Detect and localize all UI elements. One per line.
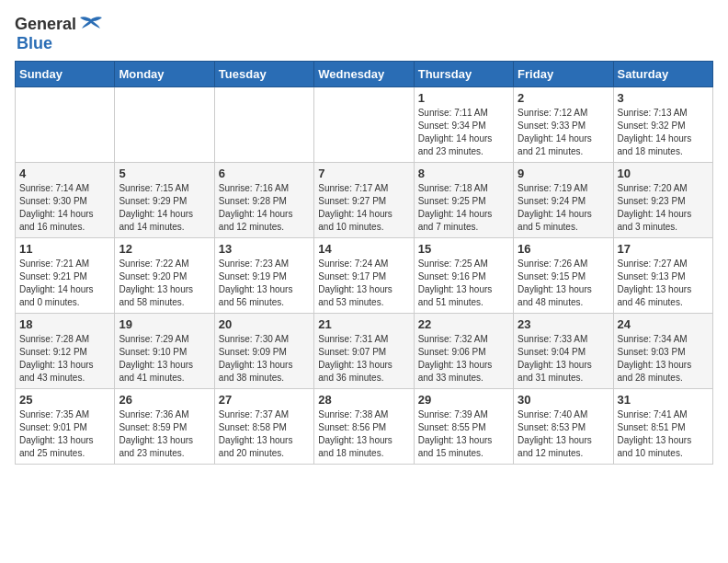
day-info: Sunrise: 7:31 AMSunset: 9:07 PMDaylight:… [318,333,409,385]
calendar-week-row: 1Sunrise: 7:11 AMSunset: 9:34 PMDaylight… [16,87,713,163]
calendar-cell [314,87,414,163]
day-info: Sunrise: 7:40 AMSunset: 8:53 PMDaylight:… [518,408,609,460]
day-info: Sunrise: 7:27 AMSunset: 9:13 PMDaylight:… [618,258,709,309]
calendar-cell: 26Sunrise: 7:36 AMSunset: 8:59 PMDayligh… [115,389,214,465]
calendar-cell: 20Sunrise: 7:30 AMSunset: 9:09 PMDayligh… [214,314,313,389]
day-info: Sunrise: 7:11 AMSunset: 9:34 PMDaylight:… [418,107,509,158]
calendar-cell: 3Sunrise: 7:13 AMSunset: 9:32 PMDaylight… [613,87,712,163]
calendar-cell: 27Sunrise: 7:37 AMSunset: 8:58 PMDayligh… [214,389,313,465]
day-info: Sunrise: 7:30 AMSunset: 9:09 PMDaylight:… [219,333,310,385]
calendar-cell: 9Sunrise: 7:19 AMSunset: 9:24 PMDaylight… [514,163,613,238]
day-number: 17 [618,242,709,256]
calendar-cell: 22Sunrise: 7:32 AMSunset: 9:06 PMDayligh… [414,314,513,389]
day-number: 10 [618,167,709,180]
day-info: Sunrise: 7:23 AMSunset: 9:19 PMDaylight:… [219,258,310,309]
day-info: Sunrise: 7:16 AMSunset: 9:28 PMDaylight:… [219,182,310,234]
day-number: 5 [119,167,210,180]
day-info: Sunrise: 7:38 AMSunset: 8:56 PMDaylight:… [318,408,409,460]
day-of-week-header: Monday [115,62,214,87]
day-number: 14 [318,242,409,256]
day-number: 31 [618,393,709,407]
day-info: Sunrise: 7:41 AMSunset: 8:51 PMDaylight:… [618,408,709,460]
day-number: 20 [219,317,310,331]
day-number: 4 [19,167,110,180]
header: General Blue [15,15,713,53]
calendar-cell: 5Sunrise: 7:15 AMSunset: 9:29 PMDaylight… [115,163,214,238]
day-info: Sunrise: 7:34 AMSunset: 9:03 PMDaylight:… [618,333,709,385]
logo: General Blue [15,15,104,53]
day-number: 18 [19,317,110,331]
day-info: Sunrise: 7:33 AMSunset: 9:04 PMDaylight:… [518,333,609,385]
day-number: 2 [518,91,609,105]
day-of-week-header: Saturday [613,62,712,87]
calendar-cell: 24Sunrise: 7:34 AMSunset: 9:03 PMDayligh… [613,314,712,389]
calendar-cell: 1Sunrise: 7:11 AMSunset: 9:34 PMDaylight… [414,87,513,163]
day-info: Sunrise: 7:35 AMSunset: 9:01 PMDaylight:… [19,408,110,460]
day-info: Sunrise: 7:29 AMSunset: 9:10 PMDaylight:… [119,333,210,385]
calendar-cell [214,87,313,163]
day-number: 28 [318,393,409,407]
calendar-cell: 15Sunrise: 7:25 AMSunset: 9:16 PMDayligh… [414,238,513,314]
day-number: 9 [518,167,609,180]
day-number: 11 [19,242,110,256]
day-of-week-header: Wednesday [314,62,414,87]
calendar-header-row: SundayMondayTuesdayWednesdayThursdayFrid… [16,62,713,87]
calendar-cell: 29Sunrise: 7:39 AMSunset: 8:55 PMDayligh… [414,389,513,465]
calendar-table: SundayMondayTuesdayWednesdayThursdayFrid… [15,61,713,465]
day-number: 19 [119,317,210,331]
day-info: Sunrise: 7:19 AMSunset: 9:24 PMDaylight:… [518,182,609,234]
day-info: Sunrise: 7:32 AMSunset: 9:06 PMDaylight:… [418,333,509,385]
day-number: 29 [418,393,509,407]
day-number: 23 [518,317,609,331]
logo-bird-icon [78,16,104,34]
day-info: Sunrise: 7:15 AMSunset: 9:29 PMDaylight:… [119,182,210,234]
day-info: Sunrise: 7:14 AMSunset: 9:30 PMDaylight:… [19,182,110,234]
calendar-cell: 4Sunrise: 7:14 AMSunset: 9:30 PMDaylight… [16,163,115,238]
calendar-cell: 28Sunrise: 7:38 AMSunset: 8:56 PMDayligh… [314,389,414,465]
day-number: 13 [219,242,310,256]
calendar-cell: 12Sunrise: 7:22 AMSunset: 9:20 PMDayligh… [115,238,214,314]
day-info: Sunrise: 7:28 AMSunset: 9:12 PMDaylight:… [19,333,110,385]
calendar-cell [16,87,115,163]
day-number: 24 [618,317,709,331]
day-info: Sunrise: 7:20 AMSunset: 9:23 PMDaylight:… [618,182,709,234]
calendar-cell: 7Sunrise: 7:17 AMSunset: 9:27 PMDaylight… [314,163,414,238]
calendar-cell: 17Sunrise: 7:27 AMSunset: 9:13 PMDayligh… [613,238,712,314]
day-number: 12 [119,242,210,256]
day-info: Sunrise: 7:25 AMSunset: 9:16 PMDaylight:… [418,258,509,309]
day-number: 7 [318,167,409,180]
day-number: 21 [318,317,409,331]
day-info: Sunrise: 7:36 AMSunset: 8:59 PMDaylight:… [119,408,210,460]
calendar-week-row: 11Sunrise: 7:21 AMSunset: 9:21 PMDayligh… [16,238,713,314]
day-number: 30 [518,393,609,407]
calendar-cell: 19Sunrise: 7:29 AMSunset: 9:10 PMDayligh… [115,314,214,389]
calendar-cell: 16Sunrise: 7:26 AMSunset: 9:15 PMDayligh… [514,238,613,314]
day-of-week-header: Tuesday [214,62,313,87]
calendar-cell: 23Sunrise: 7:33 AMSunset: 9:04 PMDayligh… [514,314,613,389]
day-number: 25 [19,393,110,407]
logo-general-text: General [15,15,76,34]
day-info: Sunrise: 7:39 AMSunset: 8:55 PMDaylight:… [418,408,509,460]
day-number: 26 [119,393,210,407]
day-number: 16 [518,242,609,256]
day-info: Sunrise: 7:26 AMSunset: 9:15 PMDaylight:… [518,258,609,309]
day-info: Sunrise: 7:12 AMSunset: 9:33 PMDaylight:… [518,107,609,158]
logo-blue-text: Blue [17,34,52,53]
day-number: 3 [618,91,709,105]
calendar-cell [115,87,214,163]
day-of-week-header: Sunday [16,62,115,87]
calendar-cell: 30Sunrise: 7:40 AMSunset: 8:53 PMDayligh… [514,389,613,465]
calendar-cell: 11Sunrise: 7:21 AMSunset: 9:21 PMDayligh… [16,238,115,314]
calendar-cell: 31Sunrise: 7:41 AMSunset: 8:51 PMDayligh… [613,389,712,465]
day-info: Sunrise: 7:37 AMSunset: 8:58 PMDaylight:… [219,408,310,460]
day-info: Sunrise: 7:22 AMSunset: 9:20 PMDaylight:… [119,258,210,309]
day-of-week-header: Friday [514,62,613,87]
day-number: 6 [219,167,310,180]
calendar-cell: 14Sunrise: 7:24 AMSunset: 9:17 PMDayligh… [314,238,414,314]
calendar-week-row: 4Sunrise: 7:14 AMSunset: 9:30 PMDaylight… [16,163,713,238]
day-info: Sunrise: 7:21 AMSunset: 9:21 PMDaylight:… [19,258,110,309]
calendar-cell: 25Sunrise: 7:35 AMSunset: 9:01 PMDayligh… [16,389,115,465]
day-number: 1 [418,91,509,105]
day-info: Sunrise: 7:17 AMSunset: 9:27 PMDaylight:… [318,182,409,234]
calendar-week-row: 18Sunrise: 7:28 AMSunset: 9:12 PMDayligh… [16,314,713,389]
